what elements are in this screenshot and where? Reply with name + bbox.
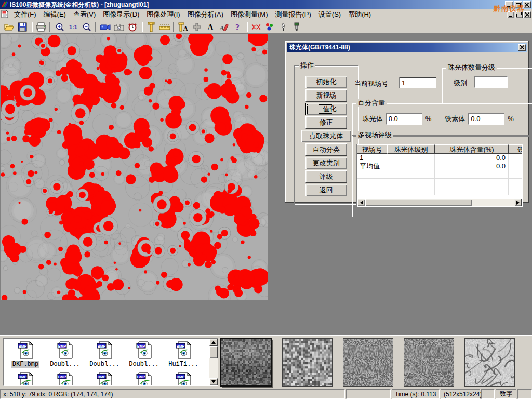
- op-button-二值化[interactable]: 二值化: [305, 103, 347, 115]
- current-field-input[interactable]: [399, 77, 436, 88]
- mdi-close-button[interactable]: [523, 11, 531, 18]
- open-file-icon[interactable]: [2, 21, 16, 33]
- sample-thumbnail-4[interactable]: [404, 338, 454, 387]
- file-item-DKF.bmp[interactable]: BMPDKF.bmp: [6, 341, 45, 368]
- file-item-partial[interactable]: BMP: [85, 372, 124, 386]
- file-item-Doubl...[interactable]: BMPDoubl...: [124, 341, 164, 368]
- rating-table-row-4[interactable]: [357, 187, 522, 195]
- window-maximize-button[interactable]: [514, 1, 522, 8]
- dialog-titlebar[interactable]: 珠光体(GB/T9441-88): [287, 43, 527, 52]
- svg-text:BMP: BMP: [137, 344, 145, 348]
- help-icon[interactable]: ?: [231, 21, 244, 33]
- svg-text:BMP: BMP: [58, 344, 66, 348]
- table-hscrollbar[interactable]: [357, 199, 522, 206]
- op-button-初始化[interactable]: 初始化: [305, 76, 347, 88]
- window-titlebar[interactable]: IS100显微摄像系统(金相分析版) - [zhuguangti01]: [0, 0, 532, 9]
- file-browser[interactable]: BMPDKF.bmpBMPDoubl...BMPDoubl...BMPDoubl…: [3, 338, 218, 386]
- grid-cross-icon[interactable]: [190, 21, 204, 33]
- file-item-partial[interactable]: BMP: [164, 372, 203, 386]
- bmp-file-icon: BMP: [57, 372, 74, 386]
- rating-table-row-2[interactable]: [357, 170, 522, 179]
- ruler-icon[interactable]: [158, 21, 171, 33]
- rating-table-row-3[interactable]: [357, 179, 522, 187]
- op-button-评级[interactable]: 评级: [305, 170, 347, 183]
- menu-item-6[interactable]: 图像测量(M): [227, 9, 272, 20]
- mdi-restore-button[interactable]: [515, 11, 523, 18]
- rating-table-row-0[interactable]: 10.0: [357, 154, 522, 162]
- phase-particles-icon[interactable]: [263, 21, 276, 33]
- sample-thumbnail-5[interactable]: [464, 338, 515, 387]
- window-minimize-button[interactable]: [505, 1, 513, 8]
- menu-item-9[interactable]: 帮助(H): [344, 9, 375, 20]
- rating-table-header-0[interactable]: 视场号: [357, 144, 387, 154]
- pearlite-percent-input[interactable]: [386, 113, 422, 125]
- photo-camera-icon[interactable]: [112, 21, 126, 33]
- vscroll-thumb[interactable]: [209, 346, 218, 358]
- menu-item-2[interactable]: 查看(V): [70, 9, 99, 20]
- op-button-点取珠光体[interactable]: 点取珠光体: [301, 130, 351, 142]
- rating-table-cell: [509, 187, 523, 195]
- status-resolution: (512x512x24): [441, 389, 480, 399]
- menu-item-3[interactable]: 图像显示(D): [99, 9, 143, 20]
- filelist-vscrollbar[interactable]: [209, 339, 218, 385]
- op-button-返回[interactable]: 返回: [305, 184, 347, 196]
- metallographic-image[interactable]: [1, 34, 268, 300]
- edit-annotation-icon[interactable]: A: [217, 21, 231, 33]
- svg-text:1:1: 1:1: [69, 24, 77, 30]
- status-bar: x: 510 y: 79 idx: 0 RGB: (174, 174, 174)…: [0, 388, 532, 399]
- timer-clock-icon[interactable]: [126, 21, 139, 33]
- document-icon[interactable]: [1, 10, 8, 20]
- file-item-partial[interactable]: BMP: [124, 372, 164, 386]
- dialog-close-button[interactable]: [518, 44, 526, 51]
- window-close-button[interactable]: [523, 1, 531, 8]
- menu-item-4[interactable]: 图像处理(I): [143, 9, 183, 20]
- rating-table-header-1[interactable]: 珠光体级别: [387, 144, 435, 154]
- scroll-down-icon[interactable]: [209, 378, 218, 385]
- op-button-修正[interactable]: 修正: [305, 116, 347, 129]
- text-label-icon[interactable]: A: [204, 21, 217, 33]
- file-item-partial[interactable]: BMP: [45, 372, 85, 386]
- draw-pen-icon[interactable]: [276, 21, 290, 33]
- actual-size-icon[interactable]: 1:1: [66, 21, 80, 33]
- mdi-minimize-button[interactable]: [507, 11, 514, 18]
- op-button-更改类别[interactable]: 更改类别: [305, 157, 347, 169]
- sample-thumbnail-1[interactable]: [220, 338, 272, 387]
- bmp-file-icon: BMP: [57, 341, 74, 361]
- menu-item-8[interactable]: 设置(S): [315, 9, 344, 20]
- scroll-right-icon[interactable]: [514, 199, 522, 206]
- rating-table-cell: [387, 170, 435, 179]
- save-icon[interactable]: [16, 21, 29, 33]
- scroll-left-icon[interactable]: [357, 199, 365, 206]
- file-item-Doubl...[interactable]: BMPDoubl...: [85, 341, 124, 368]
- scroll-up-icon[interactable]: [209, 339, 218, 346]
- file-item-Doubl...[interactable]: BMPDoubl...: [45, 341, 85, 368]
- zoom-out-icon[interactable]: [80, 21, 94, 33]
- caliper-icon[interactable]: [144, 21, 158, 33]
- sample-thumbnail-3[interactable]: [343, 338, 393, 387]
- app-icon: [1, 1, 8, 9]
- menu-item-1[interactable]: 编辑(E): [40, 9, 70, 20]
- menu-item-5[interactable]: 图像分析(A): [184, 9, 227, 20]
- measure-text-icon[interactable]: A: [177, 21, 190, 33]
- menu-item-0[interactable]: 文件(F): [10, 9, 40, 20]
- menu-item-7[interactable]: 测量报告(P): [271, 9, 314, 20]
- hscroll-thumb[interactable]: [365, 199, 472, 206]
- rating-table[interactable]: 视场号珠光体级别珠光体含量(%)铁素体含量(%) 10.0平均值0.0: [356, 144, 523, 207]
- op-button-新视场[interactable]: 新视场: [305, 89, 347, 102]
- rating-table-header-2[interactable]: 珠光体含量(%): [435, 144, 509, 154]
- calibration-curve-icon[interactable]: [249, 21, 263, 33]
- ferrite-percent-input[interactable]: [468, 113, 504, 125]
- grade-input[interactable]: [474, 76, 508, 88]
- sample-thumbnail-2[interactable]: [282, 338, 332, 387]
- bmp-file-icon: BMP: [17, 372, 34, 386]
- print-icon[interactable]: [34, 21, 48, 33]
- op-button-自动分类[interactable]: 自动分类: [305, 143, 347, 156]
- file-item-HuiTi...[interactable]: BMPHuiTi...: [164, 341, 203, 368]
- file-item-partial[interactable]: BMP: [6, 372, 45, 386]
- zoom-in-icon[interactable]: [53, 21, 66, 33]
- rating-table-header-3[interactable]: 铁素体含量(%): [509, 144, 523, 154]
- video-camera-icon[interactable]: [99, 21, 112, 33]
- paint-brush-icon[interactable]: [290, 21, 303, 33]
- rating-table-row-1[interactable]: 平均值0.0: [357, 162, 522, 170]
- svg-text:BMP: BMP: [176, 344, 184, 348]
